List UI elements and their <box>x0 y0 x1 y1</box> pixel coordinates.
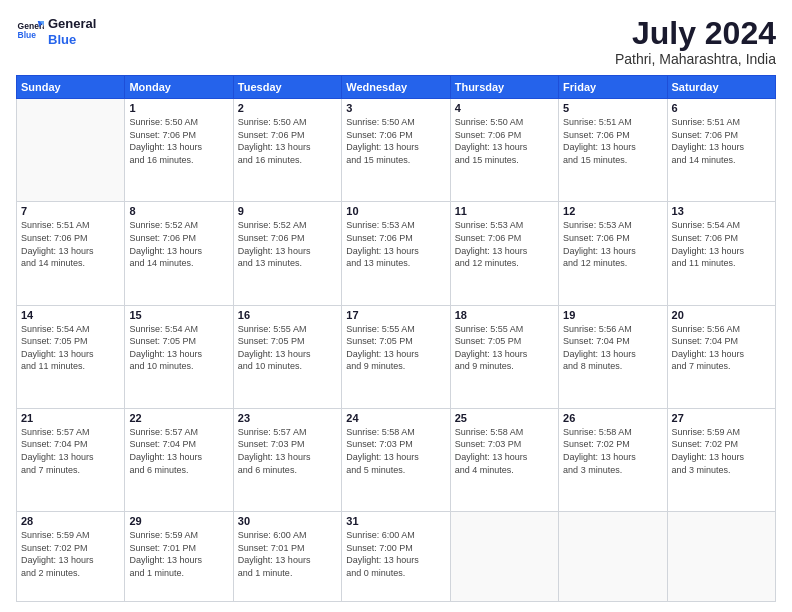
day-number: 16 <box>238 309 337 321</box>
day-number: 2 <box>238 102 337 114</box>
table-row: 7Sunrise: 5:51 AM Sunset: 7:06 PM Daylig… <box>17 202 125 305</box>
month-title: July 2024 <box>615 16 776 51</box>
table-row: 30Sunrise: 6:00 AM Sunset: 7:01 PM Dayli… <box>233 512 341 602</box>
day-number: 7 <box>21 205 120 217</box>
day-info: Sunrise: 5:56 AM Sunset: 7:04 PM Dayligh… <box>672 323 771 373</box>
table-row: 4Sunrise: 5:50 AM Sunset: 7:06 PM Daylig… <box>450 99 558 202</box>
day-number: 31 <box>346 515 445 527</box>
day-info: Sunrise: 5:50 AM Sunset: 7:06 PM Dayligh… <box>129 116 228 166</box>
table-row: 6Sunrise: 5:51 AM Sunset: 7:06 PM Daylig… <box>667 99 775 202</box>
day-info: Sunrise: 5:59 AM Sunset: 7:02 PM Dayligh… <box>672 426 771 476</box>
day-number: 8 <box>129 205 228 217</box>
day-number: 29 <box>129 515 228 527</box>
day-info: Sunrise: 5:51 AM Sunset: 7:06 PM Dayligh… <box>21 219 120 269</box>
day-info: Sunrise: 5:53 AM Sunset: 7:06 PM Dayligh… <box>455 219 554 269</box>
page-header: General Blue General Blue July 2024 Path… <box>16 16 776 67</box>
table-row: 20Sunrise: 5:56 AM Sunset: 7:04 PM Dayli… <box>667 305 775 408</box>
table-row: 13Sunrise: 5:54 AM Sunset: 7:06 PM Dayli… <box>667 202 775 305</box>
day-info: Sunrise: 6:00 AM Sunset: 7:00 PM Dayligh… <box>346 529 445 579</box>
day-info: Sunrise: 5:54 AM Sunset: 7:05 PM Dayligh… <box>129 323 228 373</box>
header-sunday: Sunday <box>17 76 125 99</box>
day-number: 30 <box>238 515 337 527</box>
day-number: 5 <box>563 102 662 114</box>
day-info: Sunrise: 5:54 AM Sunset: 7:06 PM Dayligh… <box>672 219 771 269</box>
table-row: 5Sunrise: 5:51 AM Sunset: 7:06 PM Daylig… <box>559 99 667 202</box>
header-tuesday: Tuesday <box>233 76 341 99</box>
table-row: 3Sunrise: 5:50 AM Sunset: 7:06 PM Daylig… <box>342 99 450 202</box>
day-info: Sunrise: 6:00 AM Sunset: 7:01 PM Dayligh… <box>238 529 337 579</box>
day-info: Sunrise: 5:55 AM Sunset: 7:05 PM Dayligh… <box>455 323 554 373</box>
day-number: 19 <box>563 309 662 321</box>
day-number: 11 <box>455 205 554 217</box>
table-row: 8Sunrise: 5:52 AM Sunset: 7:06 PM Daylig… <box>125 202 233 305</box>
day-number: 20 <box>672 309 771 321</box>
table-row: 21Sunrise: 5:57 AM Sunset: 7:04 PM Dayli… <box>17 408 125 511</box>
table-row <box>17 99 125 202</box>
day-info: Sunrise: 5:52 AM Sunset: 7:06 PM Dayligh… <box>238 219 337 269</box>
day-number: 1 <box>129 102 228 114</box>
table-row: 10Sunrise: 5:53 AM Sunset: 7:06 PM Dayli… <box>342 202 450 305</box>
table-row: 23Sunrise: 5:57 AM Sunset: 7:03 PM Dayli… <box>233 408 341 511</box>
day-number: 6 <box>672 102 771 114</box>
day-number: 15 <box>129 309 228 321</box>
table-row: 29Sunrise: 5:59 AM Sunset: 7:01 PM Dayli… <box>125 512 233 602</box>
day-number: 13 <box>672 205 771 217</box>
table-row <box>667 512 775 602</box>
table-row: 1Sunrise: 5:50 AM Sunset: 7:06 PM Daylig… <box>125 99 233 202</box>
table-row: 2Sunrise: 5:50 AM Sunset: 7:06 PM Daylig… <box>233 99 341 202</box>
day-number: 22 <box>129 412 228 424</box>
table-row: 28Sunrise: 5:59 AM Sunset: 7:02 PM Dayli… <box>17 512 125 602</box>
table-row: 24Sunrise: 5:58 AM Sunset: 7:03 PM Dayli… <box>342 408 450 511</box>
table-row: 11Sunrise: 5:53 AM Sunset: 7:06 PM Dayli… <box>450 202 558 305</box>
day-number: 26 <box>563 412 662 424</box>
calendar-table: Sunday Monday Tuesday Wednesday Thursday… <box>16 75 776 602</box>
table-row: 31Sunrise: 6:00 AM Sunset: 7:00 PM Dayli… <box>342 512 450 602</box>
calendar-header-row: Sunday Monday Tuesday Wednesday Thursday… <box>17 76 776 99</box>
day-number: 18 <box>455 309 554 321</box>
day-info: Sunrise: 5:57 AM Sunset: 7:03 PM Dayligh… <box>238 426 337 476</box>
day-number: 24 <box>346 412 445 424</box>
day-info: Sunrise: 5:58 AM Sunset: 7:03 PM Dayligh… <box>455 426 554 476</box>
table-row: 19Sunrise: 5:56 AM Sunset: 7:04 PM Dayli… <box>559 305 667 408</box>
header-saturday: Saturday <box>667 76 775 99</box>
day-info: Sunrise: 5:51 AM Sunset: 7:06 PM Dayligh… <box>563 116 662 166</box>
logo-icon: General Blue <box>16 18 44 46</box>
day-info: Sunrise: 5:51 AM Sunset: 7:06 PM Dayligh… <box>672 116 771 166</box>
day-info: Sunrise: 5:53 AM Sunset: 7:06 PM Dayligh… <box>346 219 445 269</box>
header-friday: Friday <box>559 76 667 99</box>
day-number: 27 <box>672 412 771 424</box>
day-info: Sunrise: 5:58 AM Sunset: 7:03 PM Dayligh… <box>346 426 445 476</box>
table-row: 27Sunrise: 5:59 AM Sunset: 7:02 PM Dayli… <box>667 408 775 511</box>
day-number: 23 <box>238 412 337 424</box>
day-number: 21 <box>21 412 120 424</box>
day-number: 25 <box>455 412 554 424</box>
day-info: Sunrise: 5:53 AM Sunset: 7:06 PM Dayligh… <box>563 219 662 269</box>
location: Pathri, Maharashtra, India <box>615 51 776 67</box>
table-row: 15Sunrise: 5:54 AM Sunset: 7:05 PM Dayli… <box>125 305 233 408</box>
table-row: 22Sunrise: 5:57 AM Sunset: 7:04 PM Dayli… <box>125 408 233 511</box>
day-info: Sunrise: 5:57 AM Sunset: 7:04 PM Dayligh… <box>129 426 228 476</box>
header-thursday: Thursday <box>450 76 558 99</box>
day-info: Sunrise: 5:52 AM Sunset: 7:06 PM Dayligh… <box>129 219 228 269</box>
day-number: 4 <box>455 102 554 114</box>
table-row: 16Sunrise: 5:55 AM Sunset: 7:05 PM Dayli… <box>233 305 341 408</box>
day-info: Sunrise: 5:50 AM Sunset: 7:06 PM Dayligh… <box>346 116 445 166</box>
svg-text:Blue: Blue <box>18 30 37 40</box>
day-number: 12 <box>563 205 662 217</box>
day-number: 3 <box>346 102 445 114</box>
day-info: Sunrise: 5:54 AM Sunset: 7:05 PM Dayligh… <box>21 323 120 373</box>
day-info: Sunrise: 5:50 AM Sunset: 7:06 PM Dayligh… <box>455 116 554 166</box>
header-monday: Monday <box>125 76 233 99</box>
day-number: 17 <box>346 309 445 321</box>
day-info: Sunrise: 5:55 AM Sunset: 7:05 PM Dayligh… <box>346 323 445 373</box>
logo-line1: General <box>48 16 96 32</box>
header-wednesday: Wednesday <box>342 76 450 99</box>
title-area: July 2024 Pathri, Maharashtra, India <box>615 16 776 67</box>
day-info: Sunrise: 5:58 AM Sunset: 7:02 PM Dayligh… <box>563 426 662 476</box>
day-number: 9 <box>238 205 337 217</box>
day-info: Sunrise: 5:59 AM Sunset: 7:02 PM Dayligh… <box>21 529 120 579</box>
table-row: 25Sunrise: 5:58 AM Sunset: 7:03 PM Dayli… <box>450 408 558 511</box>
logo: General Blue General Blue <box>16 16 96 47</box>
table-row: 17Sunrise: 5:55 AM Sunset: 7:05 PM Dayli… <box>342 305 450 408</box>
table-row: 18Sunrise: 5:55 AM Sunset: 7:05 PM Dayli… <box>450 305 558 408</box>
